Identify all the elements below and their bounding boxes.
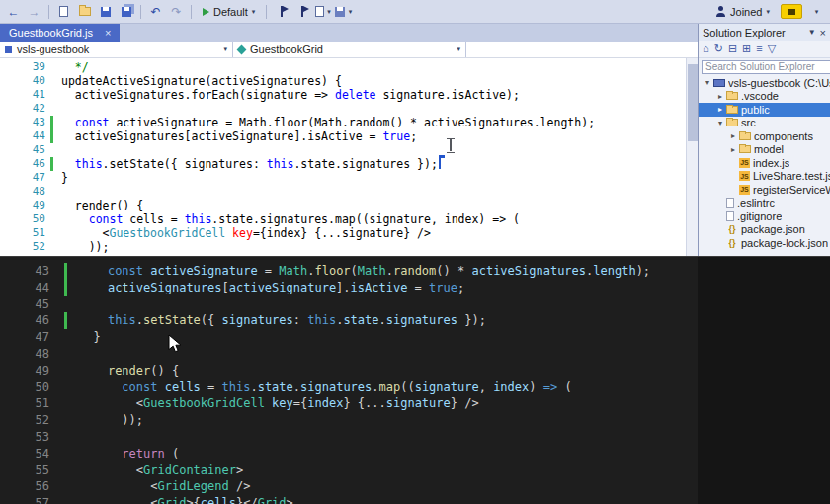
change-bar-spacer bbox=[50, 60, 53, 74]
line-number: 52 bbox=[0, 240, 45, 254]
tree-item-vsls-guestbook-c-use[interactable]: ▾vsls-guestbook (C:\Use bbox=[699, 76, 830, 90]
code-line-39: 39 */ bbox=[0, 60, 698, 74]
code-text: } bbox=[61, 171, 68, 185]
code-line-43: 43 const activeSignature = Math.floor(Ma… bbox=[0, 116, 698, 129]
tool-dropdown-icon[interactable]: ▾ bbox=[313, 2, 332, 21]
change-bar-spacer bbox=[50, 171, 53, 185]
line-number: 46 bbox=[0, 157, 45, 171]
close-tab-icon[interactable]: × bbox=[105, 28, 111, 39]
change-bar-spacer bbox=[50, 74, 53, 88]
change-bar-spacer bbox=[64, 296, 67, 313]
code-line-40: 40updateActiveSignature(activeSignatures… bbox=[0, 74, 698, 88]
new-file-icon[interactable] bbox=[54, 2, 73, 21]
solution-search-input[interactable] bbox=[702, 60, 830, 74]
undo-icon[interactable]: ↶ bbox=[146, 2, 165, 21]
nav-forward-icon[interactable]: → bbox=[25, 2, 43, 21]
code-text: this.setState({ signatures: this.state.s… bbox=[79, 312, 486, 329]
project-dropdown[interactable]: vsls-guestbook ▾ bbox=[0, 42, 233, 57]
close-panel-icon[interactable]: × bbox=[820, 27, 826, 39]
properties-icon[interactable]: ≡ bbox=[756, 43, 762, 54]
code-line-48: 48 bbox=[0, 185, 698, 199]
show-all-files-icon[interactable]: ⊞ bbox=[742, 43, 751, 54]
code-text: const cells = this.state.signatures.map(… bbox=[79, 379, 572, 396]
vscode-editor-pane[interactable]: 43 const activeSignature = Math.floor(Ma… bbox=[0, 256, 830, 504]
code-text: render() { bbox=[61, 199, 143, 212]
tree-item-label: package-lock.json bbox=[741, 237, 828, 249]
debug-target-label: Default bbox=[213, 6, 248, 18]
navigation-bar: vsls-guestbook ▾ GuestbookGrid ▾ bbox=[0, 42, 698, 58]
live-share-status-label: Joined bbox=[730, 6, 762, 18]
code-text: <GridLegend /> bbox=[79, 478, 250, 495]
change-bar-spacer bbox=[50, 88, 53, 102]
bookmark-flag-icon[interactable] bbox=[292, 2, 311, 21]
tool-dropdown-icon[interactable]: ▾ bbox=[334, 2, 353, 21]
tab-guestbookgrid-js[interactable]: GuestbookGrid.js × bbox=[0, 24, 120, 42]
code-line-48: 48 bbox=[0, 346, 830, 363]
live-share-status-dropdown[interactable]: Joined ▾ bbox=[709, 2, 776, 21]
tree-item-package-lock-json[interactable]: {}package-lock.json bbox=[699, 236, 830, 250]
home-icon[interactable]: ⌂ bbox=[703, 43, 709, 54]
change-bar-spacer bbox=[64, 495, 67, 504]
tree-item-public[interactable]: ▸public bbox=[699, 103, 830, 117]
tree-item-eslintrc[interactable]: .eslintrc bbox=[699, 197, 830, 210]
start-debug-dropdown[interactable]: Default ▾ bbox=[197, 2, 261, 21]
change-bar-spacer bbox=[64, 462, 67, 479]
save-all-icon[interactable] bbox=[117, 2, 135, 21]
code-line-51: 51 <GuestbookGridCell key={index} {...si… bbox=[0, 395, 830, 412]
solution-explorer-header[interactable]: Solution Explorer ▼ × bbox=[699, 24, 830, 41]
tree-collapsed-arrow-icon[interactable]: ▸ bbox=[728, 131, 738, 140]
chevron-down-icon: ▾ bbox=[766, 8, 770, 16]
notification-button[interactable] bbox=[781, 4, 802, 19]
tree-item-liveshare-test-js[interactable]: JSLiveShare.test.js bbox=[699, 170, 830, 184]
code-text: activeSignatures.forEach(signature => de… bbox=[61, 88, 520, 102]
tree-item-label: src bbox=[741, 117, 756, 128]
tree-collapsed-arrow-icon[interactable]: ▸ bbox=[715, 92, 725, 101]
code-text: render() { bbox=[79, 363, 179, 379]
tree-item-registerservicewor[interactable]: JSregisterServiceWor... bbox=[699, 183, 830, 197]
tree-collapsed-arrow-icon[interactable]: ▸ bbox=[715, 105, 725, 114]
filter-icon[interactable]: ▽ bbox=[768, 43, 776, 54]
code-editor[interactable]: 39 */40updateActiveSignature(activeSigna… bbox=[0, 58, 698, 256]
feedback-dropdown-icon[interactable]: ▾ bbox=[807, 2, 826, 21]
redo-icon[interactable]: ↷ bbox=[167, 2, 186, 21]
change-bar-spacer bbox=[50, 102, 53, 116]
code-line-52: 52 )); bbox=[0, 240, 698, 254]
collapse-all-icon[interactable]: ⊟ bbox=[728, 43, 737, 54]
tree-collapsed-arrow-icon[interactable]: ▸ bbox=[728, 145, 738, 154]
code-line-42: 42 bbox=[0, 102, 698, 116]
tree-item-gitignore[interactable]: .gitignore bbox=[699, 210, 830, 223]
start-icon bbox=[203, 8, 209, 16]
tree-item-package-json[interactable]: {}package.json bbox=[699, 223, 830, 237]
tree-item-model[interactable]: ▸model bbox=[699, 143, 830, 157]
line-number: 48 bbox=[0, 346, 49, 363]
change-bar bbox=[50, 116, 53, 129]
change-bar-spacer bbox=[50, 199, 53, 212]
code-text: <GuestbookGridCell key={index} {...signa… bbox=[61, 226, 431, 240]
tree-item-index-js[interactable]: JSindex.js bbox=[699, 156, 830, 170]
tree-item-label: components bbox=[754, 130, 813, 142]
editor-pane-light[interactable]: 39 */40updateActiveSignature(activeSigna… bbox=[0, 58, 698, 256]
change-bar-spacer bbox=[64, 329, 67, 346]
code-line-45: 45 bbox=[0, 143, 698, 157]
bookmark-flag-icon[interactable] bbox=[272, 2, 290, 21]
tree-expanded-arrow-icon[interactable]: ▾ bbox=[715, 119, 725, 127]
window-position-icon[interactable]: ▼ bbox=[808, 28, 816, 37]
code-line-52: 52 )); bbox=[0, 412, 830, 429]
code-line-44: 44 activeSignatures[activeSignature].isA… bbox=[0, 129, 698, 143]
open-file-icon[interactable] bbox=[75, 2, 94, 21]
nav-back-icon[interactable]: ← bbox=[4, 2, 23, 21]
tree-item-vscode[interactable]: ▸.vscode bbox=[699, 90, 830, 104]
line-number: 51 bbox=[0, 395, 49, 412]
line-number: 51 bbox=[0, 226, 45, 240]
tree-item-components[interactable]: ▸components bbox=[699, 129, 830, 143]
tree-item-src[interactable]: ▾src bbox=[699, 117, 830, 130]
editor-scrollbar[interactable] bbox=[686, 58, 698, 256]
tree-expanded-arrow-icon[interactable]: ▾ bbox=[703, 78, 712, 87]
code-line-49: 49 render() { bbox=[0, 363, 830, 379]
refresh-icon[interactable]: ↻ bbox=[714, 43, 723, 54]
save-icon[interactable] bbox=[96, 2, 115, 21]
symbol-dropdown[interactable]: GuestbookGrid ▾ bbox=[233, 42, 466, 57]
scrollbar-thumb[interactable] bbox=[688, 64, 698, 141]
change-bar-spacer bbox=[50, 185, 53, 199]
code-line-46: 46 this.setState({ signatures: this.stat… bbox=[0, 312, 830, 329]
